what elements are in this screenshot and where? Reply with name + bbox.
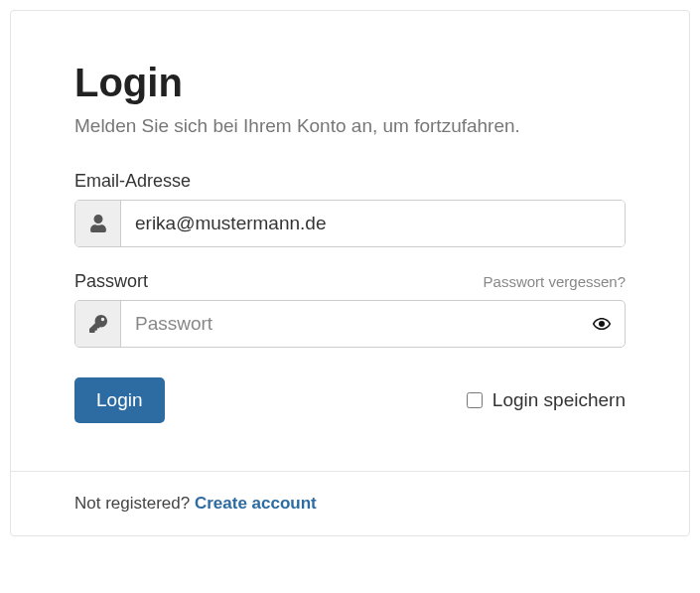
page-title: Login — [74, 61, 626, 105]
card-footer: Not registered? Create account — [11, 471, 689, 535]
remember-checkbox[interactable] — [467, 392, 483, 408]
page-subtitle: Melden Sie sich bei Ihrem Konto an, um f… — [74, 115, 626, 137]
login-card: Login Melden Sie sich bei Ihrem Konto an… — [10, 10, 690, 536]
password-input-group — [74, 300, 626, 348]
password-group: Passwort Passwort vergessen? — [74, 271, 626, 348]
user-icon — [75, 201, 121, 246]
remember-label-wrap[interactable]: Login speichern — [467, 389, 626, 411]
email-label: Email-Adresse — [74, 171, 191, 192]
create-account-link[interactable]: Create account — [195, 494, 317, 513]
card-body: Login Melden Sie sich bei Ihrem Konto an… — [11, 11, 689, 471]
forgot-password-link[interactable]: Passwort vergessen? — [484, 273, 626, 290]
password-field[interactable] — [121, 301, 579, 347]
email-group: Email-Adresse — [74, 171, 626, 247]
remember-label: Login speichern — [492, 389, 626, 411]
action-row: Login Login speichern — [74, 377, 626, 423]
email-input-group — [74, 200, 626, 247]
password-label: Passwort — [74, 271, 148, 292]
key-icon — [75, 301, 121, 347]
eye-icon[interactable] — [579, 301, 625, 347]
footer-text: Not registered? — [74, 494, 195, 513]
login-button[interactable]: Login — [74, 377, 165, 423]
email-field[interactable] — [121, 201, 625, 246]
